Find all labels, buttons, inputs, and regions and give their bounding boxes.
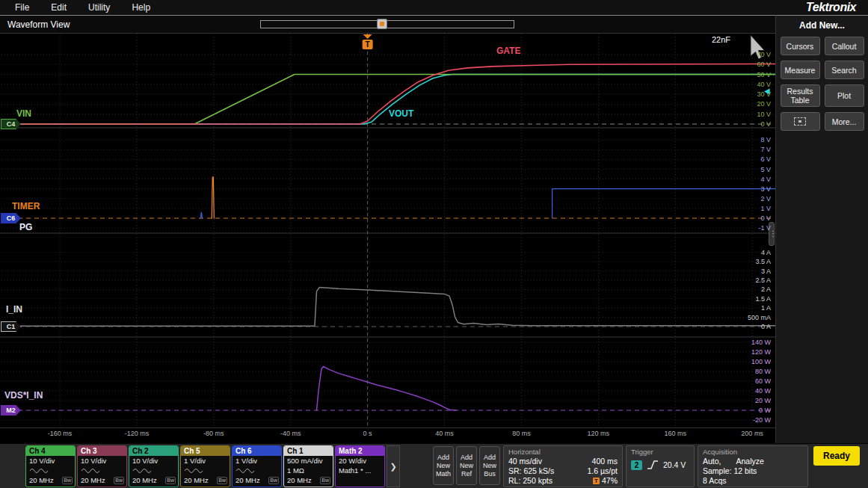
channel-detail: 1 MΩ (284, 466, 333, 475)
trigger-source-badge: 2 (631, 460, 642, 470)
record-length: RL: 250 kpts (508, 476, 552, 486)
x-axis-tick: 160 ms (653, 430, 698, 437)
menu-utility[interactable]: Utility (88, 2, 110, 13)
channel-bandwidth-row: 20 MHzBw (129, 475, 178, 485)
ready-indicator[interactable]: Ready (813, 446, 860, 466)
channel-badge-ch2[interactable]: Ch 210 V/div20 MHzBw (129, 445, 179, 487)
channel-badge-label: Ch 4 (26, 446, 75, 456)
horizontal-window: 400 ms (592, 457, 618, 466)
channel-badge-ch6[interactable]: Ch 61 V/div20 MHzBw (232, 445, 282, 487)
channel-badge-math2[interactable]: Math 220 W/divMath1 * ... (335, 445, 385, 487)
add-plot-button[interactable]: Plot (825, 84, 864, 107)
waveform-tabstrip: Waveform View (0, 16, 775, 34)
menu-file[interactable]: File (15, 2, 29, 13)
acquisition-panel[interactable]: Acquisition Auto, Analyze Sample: 12 bit… (698, 445, 808, 487)
channel-bandwidth-row: 20 MHzBw (181, 475, 230, 485)
horizontal-title: Horizontal (508, 448, 618, 457)
x-axis-tick: 120 ms (576, 430, 621, 437)
trace-TIMER (212, 177, 214, 218)
acquisition-count: 8 Acqs (703, 476, 727, 486)
menu-help[interactable]: Help (132, 2, 150, 13)
channel-bandwidth-row: 20 MHzBw (284, 475, 333, 485)
add-callout-button[interactable]: Callout (825, 37, 864, 55)
menu-edit[interactable]: Edit (51, 2, 67, 13)
waveform-icon (184, 468, 203, 474)
x-axis-tick: 0 s (345, 430, 390, 437)
rising-edge-icon (647, 460, 659, 470)
sample-rate: SR: 625 kS/s (508, 466, 554, 476)
draw-a-box-button[interactable] (781, 112, 820, 131)
add-new-grid: Cursors Callout Measure Search Results T… (776, 37, 868, 131)
channel-badge-label: Ch 1 (284, 446, 333, 456)
chevron-right-icon: ❯ (390, 462, 396, 472)
horizontal-panel[interactable]: Horizontal 40 ms/div 400 ms SR: 625 kS/s… (503, 445, 623, 487)
channel-badge-label: Ch 6 (233, 446, 281, 456)
channel-scale: 10 V/div (78, 456, 126, 466)
add-new-math-button[interactable]: AddNewMath (433, 446, 454, 485)
bandwidth-limit-icon: Bw (165, 477, 176, 484)
sample-bits: Sample: 12 bits (703, 466, 757, 476)
channel-detail: Math1 * ... (336, 466, 384, 475)
waveform-icon (29, 468, 49, 474)
menu-bar: File Edit Utility Help Tektronix (0, 0, 868, 15)
channel-badge-ch4[interactable]: Ch 410 V/div20 MHzBw (25, 445, 76, 487)
channel-badges-row: Ch 410 V/div20 MHzBwCh 310 V/div20 MHzBw… (25, 444, 385, 487)
tekscope-app: File Edit Utility Help Tektronix Wavefor… (0, 0, 868, 488)
x-axis-tick: -160 ms (37, 430, 82, 437)
waveform-svg: T (0, 34, 775, 428)
badge-scroll-right-button[interactable]: ❯ (387, 445, 400, 487)
channel-badge-label: Ch 2 (129, 446, 178, 456)
tektronix-logo: Tektronix (806, 1, 856, 14)
add-new-bus-button[interactable]: AddNewBus (479, 446, 500, 485)
add-new-title: Add New... (776, 20, 868, 31)
add-measure-button[interactable]: Measure (781, 61, 820, 79)
channel-scale: 1 V/div (233, 456, 281, 466)
time-axis: -160 ms-120 ms-80 ms-40 ms0 s40 ms80 ms1… (0, 428, 775, 442)
trigger-position-percent: 47% (602, 476, 618, 486)
channel-badge-ch3[interactable]: Ch 310 V/div20 MHzBw (77, 445, 127, 487)
add-new-sidebar: Add New... Cursors Callout Measure Searc… (775, 15, 868, 443)
channel-bandwidth-row: 20 MHzBw (26, 475, 75, 485)
waveform-icon (236, 468, 255, 474)
channel-badge-ch1[interactable]: Ch 1500 mA/div1 MΩ20 MHzBw (283, 445, 333, 487)
bandwidth-limit-icon: Bw (268, 477, 279, 484)
x-axis-tick: 200 ms (730, 430, 775, 437)
bandwidth-limit-icon: Bw (217, 477, 227, 484)
trace-VIN (6, 75, 775, 125)
waveform-plot[interactable]: T ⋮ 70 V60 V50 V40 V30 V20 V10 V0 V8 V7 … (0, 34, 775, 428)
waveform-icon (132, 468, 152, 474)
horizontal-pan-indicator[interactable] (260, 20, 514, 28)
waveform-icon (81, 468, 100, 474)
channel-badge-ch5[interactable]: Ch 51 V/div20 MHzBw (180, 445, 230, 487)
waveform-view-tab[interactable]: Waveform View (7, 19, 70, 30)
add-search-button[interactable]: Search (825, 61, 864, 79)
acquisition-mode: Auto, (703, 457, 721, 466)
trigger-panel[interactable]: Trigger 2 20.4 V (626, 445, 695, 487)
resolution: 1.6 µs/pt (588, 466, 618, 476)
waveform-view-panel: Waveform View T ⋮ 70 V60 V50 V40 V30 V20… (0, 15, 775, 443)
trace-PG (552, 189, 775, 218)
horizontal-scale: 40 ms/div (508, 457, 542, 466)
mouse-cursor (751, 35, 765, 59)
trace-VOUT (6, 75, 775, 125)
bandwidth-limit-icon: Bw (62, 477, 73, 484)
channel-badge-label: Math 2 (336, 446, 384, 456)
trace-VDS_I_IN (317, 367, 457, 411)
channel-bandwidth-row (336, 475, 384, 485)
add-cursors-button[interactable]: Cursors (781, 37, 820, 55)
channel-scale: 10 V/div (26, 456, 75, 466)
trigger-level: 20.4 V (663, 460, 686, 469)
channel-scale: 500 mA/div (284, 456, 333, 466)
acquisition-title: Acquisition (703, 448, 803, 457)
pan-zoom-handle[interactable] (377, 19, 387, 29)
channel-scale: 10 V/div (129, 456, 178, 466)
channel-scale: 20 W/div (336, 456, 384, 466)
add-results-table-button[interactable]: Results Table (781, 84, 820, 107)
channel-scale: 1 V/div (181, 456, 230, 466)
add-new-ref-button[interactable]: AddNewRef (456, 446, 477, 485)
channel-badge-label: Ch 3 (78, 446, 126, 456)
bandwidth-limit-icon: Bw (320, 477, 330, 484)
more-button[interactable]: More... (825, 112, 864, 131)
x-axis-tick: -120 ms (114, 430, 159, 437)
draw-a-box-icon (794, 117, 806, 126)
